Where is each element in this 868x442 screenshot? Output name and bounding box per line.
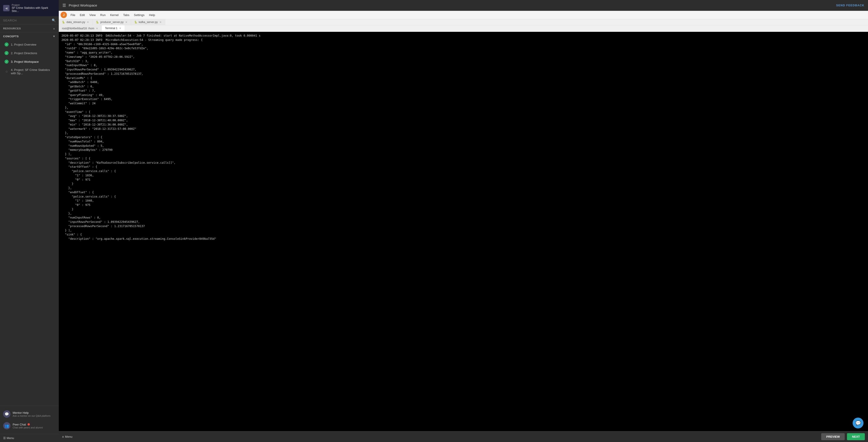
sidebar: ◀ Project: SF Crime Statistics with Spar…: [0, 0, 59, 442]
menu-item-tabs[interactable]: Tabs: [121, 12, 131, 18]
sidebar-item-project-sf-crime[interactable]: ☆ 4. Project: SF Crime Statistics with S…: [0, 66, 59, 77]
sidebar-bottom: 💬 Mentor Help Ask a mentor on our Q&A pl…: [0, 406, 59, 434]
menu-item-file[interactable]: File: [69, 12, 77, 18]
topbar-left: ☰ Project Workspace: [62, 3, 97, 8]
topbar-title: Project Workspace: [69, 3, 97, 7]
next-button[interactable]: NEXT: [847, 433, 865, 440]
terminal-output: 2020-05-07 02:28:13 INFO DAGScheduler:54…: [61, 34, 865, 241]
sidebar-item-project-workspace[interactable]: ✓ 3. Project Workspace: [0, 57, 59, 66]
hamburger-icon[interactable]: ☰: [62, 3, 66, 8]
menu-item-settings[interactable]: Settings: [132, 12, 146, 18]
peer-chat-title: Peer Chat: [13, 423, 43, 426]
bottom-menu-label: ∧ Menu: [62, 435, 72, 438]
mentor-help-text: Mentor Help Ask a mentor on our Q&A plat…: [13, 411, 51, 417]
py-icon-2: 🐍: [96, 21, 99, 24]
menu-item-edit[interactable]: Edit: [78, 12, 87, 18]
tab-label-2: producer_server.py: [100, 21, 124, 24]
menu-button[interactable]: ☰ Menu: [3, 436, 14, 440]
close-tab-5[interactable]: ×: [119, 27, 122, 30]
sidebar-item-label-2: 2. Project Directions: [11, 52, 37, 55]
back-arrow-icon[interactable]: ◀: [3, 5, 9, 11]
concepts-label: CONCEPTS: [3, 35, 19, 38]
sidebar-footer: ☰ Menu: [0, 434, 59, 442]
py-icon-3: 🐍: [134, 21, 137, 24]
sidebar-item-label-4: 4. Project: SF Crime Statistics with Sp.…: [11, 68, 56, 75]
tab-label-3: kafka_server.py: [139, 21, 158, 24]
sidebar-header[interactable]: ◀ Project: SF Crime Statistics with Spar…: [0, 0, 59, 16]
project-info: Project: SF Crime Statistics with Spark …: [12, 4, 56, 13]
menu-item-kernel[interactable]: Kernel: [108, 12, 121, 18]
mentor-help-icon: 💬: [3, 410, 10, 418]
tab-label-5: Terminal 1: [105, 27, 117, 30]
search-input[interactable]: [3, 19, 50, 22]
jupyter-area: J File Edit View Run Kernel Tabs Setting…: [59, 11, 868, 431]
star-icon-4: ☆: [4, 70, 8, 74]
resources-section[interactable]: RESOURCES ▲: [0, 25, 59, 33]
jupyter-logo: J: [61, 12, 67, 18]
tab-kafka-server[interactable]: 🐍 kafka_server.py ×: [131, 19, 165, 25]
tab-root-terminal-home[interactable]: root@9d46e68aaf18: /hom ×: [59, 26, 102, 31]
search-icon: 🔍: [52, 19, 56, 22]
tab-data-stream[interactable]: 🐍 data_stream.py ×: [59, 19, 93, 25]
check-icon-1: ✓: [4, 42, 8, 46]
py-icon-1: 🐍: [62, 21, 65, 24]
peer-chat-item[interactable]: 👥 Peer Chat Chat with peers and alumni: [0, 420, 59, 432]
send-feedback-button[interactable]: SEND FEEDBACK: [836, 4, 864, 7]
nav-items: ✓ 1. Project Overview ✓ 2. Project Direc…: [0, 40, 59, 406]
jupyter-toolbar: J File Edit View Run Kernel Tabs Setting…: [59, 11, 868, 19]
peer-online-dot: [28, 423, 30, 426]
peer-chat-text: Peer Chat Chat with peers and alumni: [13, 423, 43, 429]
tab-label-1: data_stream.py: [66, 21, 85, 24]
close-tab-1[interactable]: ×: [87, 21, 89, 24]
mentor-help-subtitle: Ask a mentor on our Q&A platform: [13, 414, 51, 417]
concepts-section[interactable]: CONCEPTS ▼: [0, 33, 59, 40]
concepts-chevron-icon: ▼: [53, 35, 56, 38]
main-area: ☰ Project Workspace SEND FEEDBACK J File…: [59, 0, 868, 442]
sidebar-item-project-overview[interactable]: ✓ 1. Project Overview: [0, 40, 59, 49]
file-tabs-row2: root@9d46e68aaf18: /hom × Terminal 1 ×: [59, 25, 868, 32]
mentor-help-title: Mentor Help: [13, 411, 51, 414]
tab-producer-server[interactable]: 🐍 producer_server.py ×: [93, 19, 131, 25]
preview-button[interactable]: PREVIEW: [821, 433, 845, 440]
peer-chat-icon: 👥: [3, 422, 10, 429]
jupyter-menu: File Edit View Run Kernel Tabs Settings …: [69, 12, 157, 18]
tab-label-4: root@9d46e68aaf18: /hom: [62, 27, 94, 30]
tab-terminal-1[interactable]: Terminal 1 ×: [102, 25, 125, 32]
topbar: ☰ Project Workspace SEND FEEDBACK: [59, 0, 868, 11]
peer-chat-subtitle: Chat with peers and alumni: [13, 426, 43, 429]
project-label: Project:: [12, 4, 56, 6]
file-tabs-row1: 🐍 data_stream.py × 🐍 producer_server.py …: [59, 19, 868, 25]
bottom-bar: ∧ Menu PREVIEW NEXT: [59, 431, 868, 442]
menu-item-run[interactable]: Run: [98, 12, 107, 18]
resources-label: RESOURCES: [3, 27, 21, 30]
search-bar: 🔍: [0, 16, 59, 25]
chat-bubble-icon: 💬: [855, 420, 861, 426]
menu-label: ☰ Menu: [3, 436, 14, 440]
sidebar-item-label-1: 1. Project Overview: [11, 43, 36, 46]
project-name: SF Crime Statistics with Spark Stre...: [12, 6, 56, 13]
bottom-menu-button[interactable]: ∧ Menu: [62, 435, 72, 438]
close-tab-4[interactable]: ×: [96, 27, 98, 30]
sidebar-item-label-3: 3. Project Workspace: [11, 60, 39, 63]
bottom-right-buttons: PREVIEW NEXT: [821, 433, 865, 440]
check-icon-2: ✓: [4, 51, 8, 55]
close-tab-3[interactable]: ×: [159, 21, 162, 24]
mentor-help-item[interactable]: 💬 Mentor Help Ask a mentor on our Q&A pl…: [0, 408, 59, 420]
menu-item-view[interactable]: View: [88, 12, 97, 18]
check-icon-3: ✓: [4, 60, 8, 64]
resources-chevron-icon: ▲: [53, 27, 56, 30]
close-tab-2[interactable]: ×: [125, 21, 128, 24]
terminal-area[interactable]: 2020-05-07 02:28:13 INFO DAGScheduler:54…: [59, 32, 868, 431]
chat-bubble-button[interactable]: 💬: [852, 418, 864, 429]
sidebar-item-project-directions[interactable]: ✓ 2. Project Directions: [0, 49, 59, 57]
menu-item-help[interactable]: Help: [147, 12, 157, 18]
